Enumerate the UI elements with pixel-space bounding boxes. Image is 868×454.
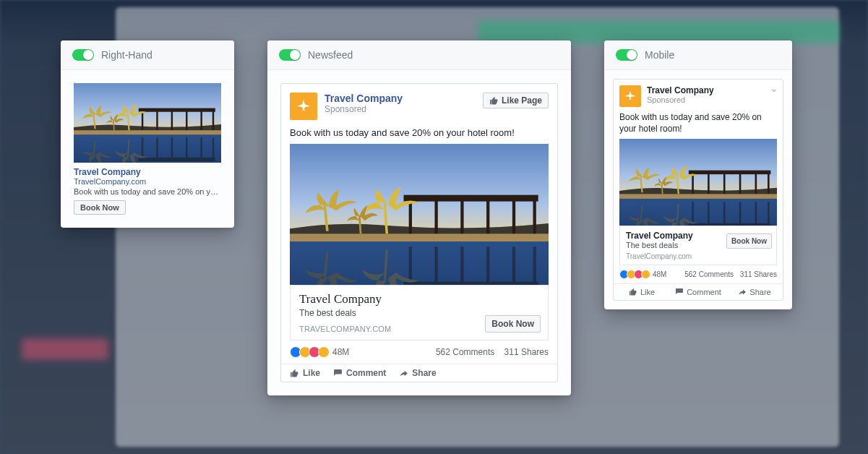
comment-icon (675, 288, 684, 296)
panel-header: Mobile (604, 40, 792, 70)
panel-header: Newsfeed (267, 40, 571, 70)
like-page-label: Like Page (502, 95, 542, 106)
toggle-newsfeed[interactable] (279, 49, 301, 61)
link-domain: TravelCompany.com (626, 252, 770, 260)
post-menu-button[interactable]: ⌄ (770, 82, 778, 94)
panel-newsfeed: Newsfeed Travel Company Sponsored Like P… (267, 40, 571, 395)
panel-title: Mobile (645, 49, 674, 61)
panel-title: Newsfeed (308, 49, 353, 61)
thumb-icon (489, 96, 499, 106)
cta-button[interactable]: Book Now (485, 315, 541, 333)
like-page-button[interactable]: Like Page (483, 93, 549, 108)
comment-button[interactable]: Comment (670, 288, 726, 296)
page-name[interactable]: Travel Company (647, 85, 714, 95)
reactions-count[interactable]: 48M (653, 270, 666, 278)
share-button[interactable]: Share (726, 288, 783, 296)
ad-image[interactable] (290, 144, 549, 285)
rh-ad-card: Travel Company TravelCompany.com Book wi… (74, 83, 221, 215)
thumb-icon (290, 369, 299, 378)
shares-count[interactable]: 311 Shares (740, 270, 777, 278)
panel-right-hand: Right-Hand Travel Company TravelCompany.… (61, 40, 234, 228)
shares-count[interactable]: 311 Shares (504, 347, 549, 357)
page-name[interactable]: Travel Company (325, 93, 476, 104)
comments-count[interactable]: 562 Comments (436, 347, 494, 357)
newsfeed-ad-card: Travel Company Sponsored Like Page Book … (280, 83, 558, 382)
share-label: Share (749, 288, 770, 296)
reactions-icons[interactable] (619, 270, 650, 279)
ad-text: Book with us today and save 20% on your … (281, 124, 557, 144)
reactions-count[interactable]: 48M (332, 347, 349, 357)
toggle-right-hand[interactable] (72, 49, 94, 61)
comment-icon (333, 369, 343, 378)
engagement-stats: 48M 562 Comments 311 Shares (614, 265, 783, 283)
link-preview[interactable]: Travel Company The best deals TravelComp… (619, 226, 777, 265)
link-title: Travel Company (299, 292, 539, 307)
comment-label: Comment (687, 288, 721, 296)
like-button[interactable]: Like (614, 288, 670, 296)
mobile-ad-card: Travel Company Sponsored ⌄ Book with us … (613, 79, 783, 301)
reaction-wow-icon (318, 346, 330, 358)
plane-icon (624, 90, 637, 103)
ad-text: Book with us today and save 20% on your … (614, 110, 783, 139)
like-label: Like (303, 368, 320, 378)
reactions-icons[interactable] (290, 346, 330, 358)
cta-button[interactable]: Book Now (74, 200, 126, 215)
page-avatar[interactable] (290, 93, 317, 120)
comment-label: Comment (346, 368, 386, 378)
sponsored-label: Sponsored (325, 104, 476, 114)
plane-icon (296, 98, 311, 114)
reaction-wow-icon (641, 270, 650, 279)
page-avatar[interactable] (619, 85, 641, 107)
ad-domain[interactable]: TravelCompany.com (74, 177, 221, 186)
share-icon (738, 288, 747, 296)
panel-title: Right-Hand (101, 49, 152, 61)
like-label: Like (640, 288, 655, 296)
like-button[interactable]: Like (290, 368, 320, 378)
ad-page-name[interactable]: Travel Company (74, 167, 221, 177)
panel-mobile: Mobile Travel Company Sponsored ⌄ Book w… (604, 40, 792, 309)
action-bar: Like Comment Share (614, 283, 783, 300)
ad-text: Book with us today and save 20% on your … (74, 187, 221, 196)
sponsored-label: Sponsored (647, 95, 714, 104)
ad-image[interactable] (74, 83, 221, 163)
comment-button[interactable]: Comment (333, 368, 386, 378)
toggle-mobile[interactable] (616, 49, 637, 61)
share-icon (399, 369, 408, 378)
comments-count[interactable]: 562 Comments (684, 270, 734, 278)
ad-image[interactable] (619, 139, 777, 226)
share-label: Share (412, 368, 436, 378)
share-button[interactable]: Share (399, 368, 436, 378)
panel-header: Right-Hand (61, 40, 234, 70)
thumb-icon (629, 288, 637, 296)
link-preview[interactable]: Travel Company The best deals TRAVELCOMP… (290, 285, 549, 340)
cta-button[interactable]: Book Now (726, 234, 772, 249)
action-bar: Like Comment Share (281, 364, 557, 382)
engagement-stats: 48M 562 Comments 311 Shares (281, 340, 557, 364)
